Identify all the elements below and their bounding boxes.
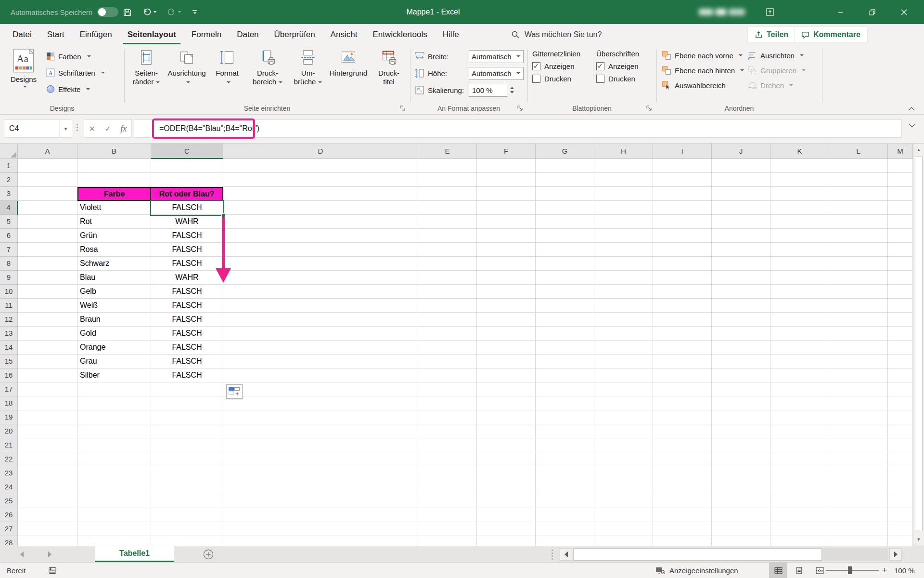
cell-D26[interactable]	[223, 508, 418, 522]
cell-J5[interactable]	[712, 215, 770, 229]
cell-I27[interactable]	[653, 522, 712, 536]
cell-I5[interactable]	[653, 215, 712, 229]
cell-F8[interactable]	[477, 257, 536, 271]
cell-M9[interactable]	[888, 271, 913, 285]
cell-H10[interactable]	[594, 285, 653, 299]
fill-handle[interactable]	[221, 213, 225, 217]
row-header-19[interactable]: 19	[0, 410, 18, 424]
column-header-M[interactable]: M	[888, 144, 913, 159]
cell-J4[interactable]	[712, 201, 770, 215]
themes-button[interactable]: Aa Designs	[6, 48, 41, 88]
cell-K25[interactable]	[770, 494, 829, 508]
format-button[interactable]: Format	[207, 48, 247, 86]
cell-H15[interactable]	[594, 355, 653, 368]
previous-sheet-button[interactable]	[14, 546, 29, 563]
cell-J11[interactable]	[712, 299, 770, 313]
cell-B5[interactable]: Rot	[77, 215, 151, 229]
cell-B4[interactable]: Violett	[77, 201, 151, 215]
ribbon-tab-datei[interactable]: Datei	[5, 24, 39, 45]
cell-K22[interactable]	[770, 452, 829, 466]
ribbon-tab-start[interactable]: Start	[39, 24, 72, 45]
cell-D16[interactable]	[223, 368, 418, 382]
cell-G10[interactable]	[536, 285, 594, 299]
cell-G15[interactable]	[536, 355, 594, 368]
cell-D25[interactable]	[223, 494, 418, 508]
cell-M19[interactable]	[888, 410, 913, 424]
cell-H17[interactable]	[594, 382, 653, 396]
cell-J19[interactable]	[712, 410, 770, 424]
scroll-down-button[interactable]: ▼	[913, 533, 924, 546]
cell-K11[interactable]	[770, 299, 829, 313]
cell-J16[interactable]	[712, 368, 770, 382]
cell-L20[interactable]	[829, 424, 888, 438]
cell-F11[interactable]	[477, 299, 536, 313]
cell-G25[interactable]	[536, 494, 594, 508]
cell-E20[interactable]	[418, 424, 477, 438]
cell-L5[interactable]	[829, 215, 888, 229]
cell-D13[interactable]	[223, 327, 418, 341]
gitternetzlinien-anzeigen-option[interactable]: Anzeigen	[532, 62, 592, 70]
row-header-22[interactable]: 22	[0, 452, 18, 466]
cell-J28[interactable]	[712, 536, 770, 546]
seite-einrichten-dialog-launcher[interactable]	[399, 105, 406, 112]
chevron-down-icon[interactable]	[739, 54, 743, 56]
comments-button[interactable]: Kommentare	[794, 26, 868, 43]
cell-K12[interactable]	[770, 313, 829, 327]
cell-B13[interactable]: Gold	[77, 327, 151, 341]
cell-B7[interactable]: Rosa	[77, 243, 151, 257]
cell-B14[interactable]: Orange	[77, 341, 151, 355]
cell-D17[interactable]	[223, 382, 418, 396]
normal-view-button[interactable]	[769, 563, 787, 578]
next-sheet-button[interactable]	[42, 546, 57, 563]
cell-E17[interactable]	[418, 382, 477, 396]
cell-E9[interactable]	[418, 271, 477, 285]
cell-D11[interactable]	[223, 299, 418, 313]
cell-M21[interactable]	[888, 438, 913, 452]
cell-B23[interactable]	[77, 466, 151, 480]
cell-I4[interactable]	[653, 201, 712, 215]
cell-I26[interactable]	[653, 508, 712, 522]
cell-G8[interactable]	[536, 257, 594, 271]
row-header-20[interactable]: 20	[0, 424, 18, 438]
cell-L28[interactable]	[829, 536, 888, 546]
cell-E6[interactable]	[418, 229, 477, 243]
cell-D4[interactable]	[223, 201, 418, 215]
cell-I9[interactable]	[653, 271, 712, 285]
row-header-5[interactable]: 5	[0, 215, 18, 229]
zoom-out-button[interactable]: –	[818, 563, 823, 578]
tab-scroll-splitter[interactable]	[552, 550, 553, 560]
cell-L12[interactable]	[829, 313, 888, 327]
cell-B19[interactable]	[77, 410, 151, 424]
add-sheet-button[interactable]	[203, 549, 214, 560]
cell-H23[interactable]	[594, 466, 653, 480]
ribbon-tab-ansicht[interactable]: Ansicht	[323, 24, 365, 45]
ribbon-tab-einfuegen[interactable]: Einfügen	[72, 24, 120, 45]
cell-B1[interactable]	[77, 159, 151, 173]
name-box-caret[interactable]: ▾	[59, 120, 72, 137]
cell-D27[interactable]	[223, 522, 418, 536]
cell-M12[interactable]	[888, 313, 913, 327]
cell-K7[interactable]	[770, 243, 829, 257]
cell-I24[interactable]	[653, 480, 712, 494]
cell-D6[interactable]	[223, 229, 418, 243]
cell-H22[interactable]	[594, 452, 653, 466]
cell-E18[interactable]	[418, 396, 477, 410]
ribbon-tab-hilfe[interactable]: Hilfe	[435, 24, 467, 45]
cell-J2[interactable]	[712, 173, 770, 187]
cell-G28[interactable]	[536, 536, 594, 546]
cell-E14[interactable]	[418, 341, 477, 355]
cell-E2[interactable]	[418, 173, 477, 187]
cell-K27[interactable]	[770, 522, 829, 536]
cell-E24[interactable]	[418, 480, 477, 494]
cell-K10[interactable]	[770, 285, 829, 299]
cell-I3[interactable]	[653, 187, 712, 201]
cell-J6[interactable]	[712, 229, 770, 243]
cell-L11[interactable]	[829, 299, 888, 313]
cell-F27[interactable]	[477, 522, 536, 536]
cell-C6[interactable]: FALSCH	[151, 229, 223, 243]
row-header-16[interactable]: 16	[0, 368, 18, 382]
cell-M26[interactable]	[888, 508, 913, 522]
cell-M7[interactable]	[888, 243, 913, 257]
cell-H14[interactable]	[594, 341, 653, 355]
cell-E8[interactable]	[418, 257, 477, 271]
